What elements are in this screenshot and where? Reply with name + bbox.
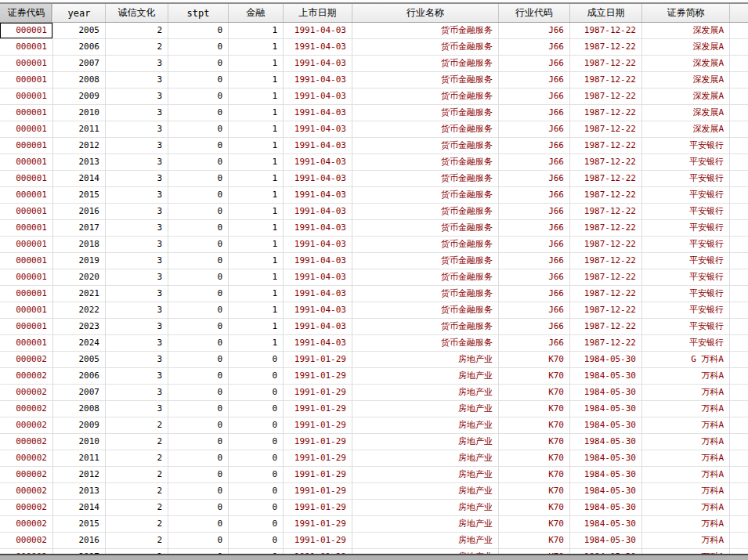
- cell-jr[interactable]: 1: [229, 23, 284, 39]
- cell-hydm[interactable]: J66: [499, 154, 570, 171]
- cell-ssrq[interactable]: 1991-04-03: [284, 269, 352, 286]
- cell-hymc[interactable]: 房地产业: [352, 401, 499, 417]
- cell-zqdm[interactable]: 000001: [0, 319, 53, 335]
- cell-year[interactable]: 2018: [53, 237, 106, 253]
- cell-ssrq[interactable]: 1991-04-03: [284, 23, 352, 39]
- cell-ssrq[interactable]: 1991-04-03: [284, 335, 352, 352]
- cell-jr[interactable]: 1: [229, 138, 284, 154]
- cell-jr[interactable]: 0: [229, 500, 284, 516]
- cell-zqdm[interactable]: 000001: [0, 154, 53, 171]
- cell-year[interactable]: 2020: [53, 269, 106, 286]
- cell-jr[interactable]: 1: [229, 154, 284, 171]
- cell-zqdm[interactable]: 000001: [0, 56, 53, 72]
- cell-hydm[interactable]: K70: [499, 500, 570, 516]
- cell-jr[interactable]: 1: [229, 89, 284, 105]
- cell-zqdm[interactable]: 000002: [0, 368, 53, 385]
- cell-cxwh[interactable]: 3: [106, 302, 168, 319]
- cell-zqjc[interactable]: 万科A: [642, 401, 730, 417]
- cell-jr[interactable]: 1: [229, 302, 284, 319]
- cell-clrq[interactable]: 1984-05-30: [570, 516, 642, 533]
- cell-zqdm[interactable]: 000001: [0, 220, 53, 237]
- cell-cxwh[interactable]: 3: [106, 237, 168, 253]
- cell-stpt[interactable]: 0: [168, 483, 229, 500]
- cell-stpt[interactable]: 0: [168, 56, 229, 72]
- cell-jr[interactable]: 0: [229, 467, 284, 483]
- cell-hymc[interactable]: 房地产业: [352, 368, 499, 385]
- cell-cxwh[interactable]: 3: [106, 105, 168, 121]
- cell-clrq[interactable]: 1987-12-22: [570, 253, 642, 269]
- cell-jr[interactable]: 1: [229, 187, 284, 204]
- cell-zqdm[interactable]: 000002: [0, 434, 53, 450]
- cell-clrq[interactable]: 1987-12-22: [570, 319, 642, 335]
- cell-clrq[interactable]: 1984-05-30: [570, 417, 642, 434]
- cell-cxwh[interactable]: 3: [106, 385, 168, 401]
- cell-stpt[interactable]: 0: [168, 352, 229, 368]
- cell-cxwh[interactable]: 2: [106, 467, 168, 483]
- cell-zqjc[interactable]: 平安银行: [642, 253, 730, 269]
- cell-zqdm[interactable]: 000001: [0, 253, 53, 269]
- cell-ssrq[interactable]: 1991-01-29: [284, 385, 352, 401]
- cell-stpt[interactable]: 0: [168, 286, 229, 302]
- cell-cxwh[interactable]: 3: [106, 154, 168, 171]
- cell-cxwh[interactable]: 2: [106, 23, 168, 39]
- cell-jr[interactable]: 1: [229, 220, 284, 237]
- column-header-stpt[interactable]: stpt: [168, 4, 229, 22]
- cell-zqdm[interactable]: 000001: [0, 23, 53, 39]
- cell-hydm[interactable]: K70: [499, 434, 570, 450]
- cell-zqjc[interactable]: 平安银行: [642, 154, 730, 171]
- cell-clrq[interactable]: 1984-05-30: [570, 533, 642, 549]
- cell-jr[interactable]: 1: [229, 121, 284, 138]
- cell-year[interactable]: 2010: [53, 434, 106, 450]
- cell-clrq[interactable]: 1984-05-30: [570, 450, 642, 467]
- cell-jr[interactable]: 0: [229, 368, 284, 385]
- cell-clrq[interactable]: 1987-12-22: [570, 237, 642, 253]
- cell-ssrq[interactable]: 1991-04-03: [284, 302, 352, 319]
- cell-zqdm[interactable]: 000001: [0, 72, 53, 89]
- cell-zqdm[interactable]: 000002: [0, 500, 53, 516]
- cell-jr[interactable]: 0: [229, 352, 284, 368]
- cell-year[interactable]: 2019: [53, 253, 106, 269]
- cell-zqjc[interactable]: 深发展A: [642, 105, 730, 121]
- cell-zqdm[interactable]: 000002: [0, 450, 53, 467]
- cell-zqjc[interactable]: 深发展A: [642, 89, 730, 105]
- cell-clrq[interactable]: 1984-05-30: [570, 483, 642, 500]
- cell-zqjc[interactable]: 深发展A: [642, 72, 730, 89]
- cell-ssrq[interactable]: 1991-04-03: [284, 319, 352, 335]
- cell-ssrq[interactable]: 1991-04-03: [284, 56, 352, 72]
- cell-jr[interactable]: 1: [229, 72, 284, 89]
- cell-hymc[interactable]: 货币金融服务: [352, 220, 499, 237]
- cell-jr[interactable]: 1: [229, 237, 284, 253]
- cell-stpt[interactable]: 0: [168, 39, 229, 56]
- column-header-clrq[interactable]: 成立日期: [570, 4, 642, 22]
- cell-year[interactable]: 2014: [53, 500, 106, 516]
- cell-year[interactable]: 2015: [53, 187, 106, 204]
- cell-zqjc[interactable]: 深发展A: [642, 121, 730, 138]
- cell-hydm[interactable]: J66: [499, 23, 570, 39]
- cell-zqdm[interactable]: 000001: [0, 105, 53, 121]
- cell-zqdm[interactable]: 000002: [0, 401, 53, 417]
- column-header-zqjc[interactable]: 证券简称: [642, 4, 730, 22]
- cell-hymc[interactable]: 货币金融服务: [352, 171, 499, 187]
- cell-zqdm[interactable]: 000001: [0, 302, 53, 319]
- cell-stpt[interactable]: 0: [168, 204, 229, 220]
- cell-zqjc[interactable]: 平安银行: [642, 138, 730, 154]
- cell-hydm[interactable]: K70: [499, 483, 570, 500]
- cell-ssrq[interactable]: 1991-04-03: [284, 253, 352, 269]
- cell-zqjc[interactable]: 平安银行: [642, 171, 730, 187]
- cell-hymc[interactable]: 货币金融服务: [352, 253, 499, 269]
- cell-year[interactable]: 2007: [53, 56, 106, 72]
- cell-hymc[interactable]: 货币金融服务: [352, 154, 499, 171]
- cell-year[interactable]: 2015: [53, 516, 106, 533]
- cell-hydm[interactable]: J66: [499, 105, 570, 121]
- cell-stpt[interactable]: 0: [168, 335, 229, 352]
- cell-hydm[interactable]: J66: [499, 121, 570, 138]
- cell-zqdm[interactable]: 000001: [0, 237, 53, 253]
- cell-stpt[interactable]: 0: [168, 72, 229, 89]
- cell-ssrq[interactable]: 1991-01-29: [284, 401, 352, 417]
- cell-zqjc[interactable]: 深发展A: [642, 56, 730, 72]
- cell-hydm[interactable]: J66: [499, 269, 570, 286]
- cell-zqdm[interactable]: 000002: [0, 533, 53, 549]
- cell-clrq[interactable]: 1987-12-22: [570, 138, 642, 154]
- cell-stpt[interactable]: 0: [168, 171, 229, 187]
- cell-cxwh[interactable]: 3: [106, 368, 168, 385]
